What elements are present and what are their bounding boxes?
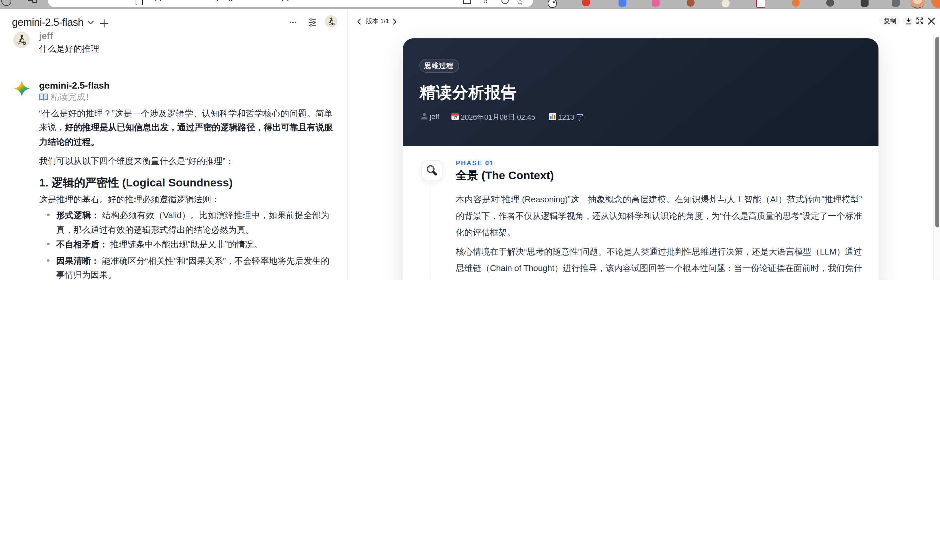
svg-text:17: 17: [453, 116, 457, 120]
